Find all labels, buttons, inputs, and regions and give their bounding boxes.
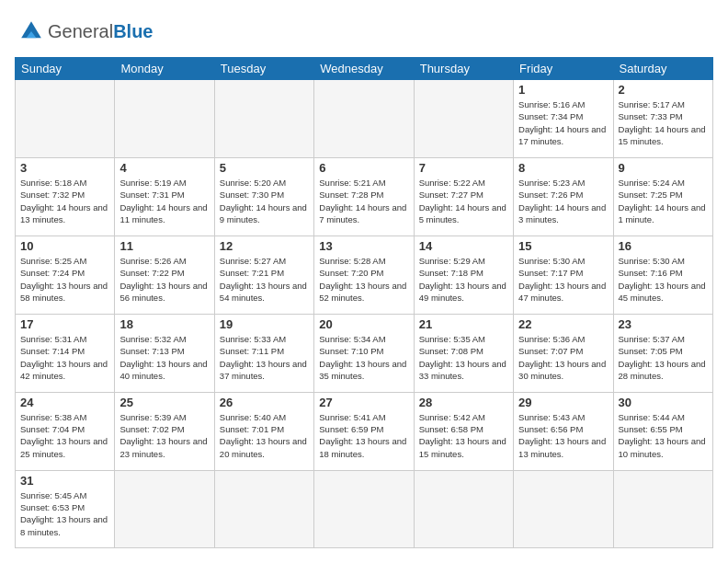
day-info: Sunrise: 5:30 AM Sunset: 7:17 PM Dayligh… bbox=[518, 255, 608, 304]
day-number: 19 bbox=[220, 317, 309, 331]
logo-blue: Blue bbox=[113, 21, 153, 41]
calendar-cell bbox=[613, 470, 712, 547]
day-info: Sunrise: 5:24 AM Sunset: 7:25 PM Dayligh… bbox=[619, 177, 708, 225]
day-number: 13 bbox=[319, 239, 408, 253]
day-number: 18 bbox=[119, 317, 209, 331]
calendar-cell: 13Sunrise: 5:28 AM Sunset: 7:20 PM Dayli… bbox=[314, 236, 414, 314]
day-info: Sunrise: 5:26 AM Sunset: 7:22 PM Dayligh… bbox=[119, 255, 209, 304]
day-info: Sunrise: 5:22 AM Sunset: 7:27 PM Dayligh… bbox=[419, 177, 508, 225]
day-number: 4 bbox=[119, 161, 209, 175]
calendar-cell bbox=[214, 80, 313, 158]
calendar-cell bbox=[414, 80, 513, 158]
day-info: Sunrise: 5:20 AM Sunset: 7:30 PM Dayligh… bbox=[220, 177, 309, 225]
calendar-cell: 29Sunrise: 5:43 AM Sunset: 6:56 PM Dayli… bbox=[514, 392, 613, 470]
day-number: 3 bbox=[20, 161, 109, 175]
logo: GeneralBlue bbox=[15, 15, 154, 48]
day-number: 6 bbox=[319, 161, 408, 175]
weekday-header-row: Sunday Monday Tuesday Wednesday Thursday… bbox=[16, 58, 713, 80]
calendar-cell: 17Sunrise: 5:31 AM Sunset: 7:14 PM Dayli… bbox=[16, 314, 115, 392]
calendar-cell: 27Sunrise: 5:41 AM Sunset: 6:59 PM Dayli… bbox=[314, 392, 414, 470]
day-info: Sunrise: 5:19 AM Sunset: 7:31 PM Dayligh… bbox=[119, 177, 209, 225]
calendar-cell: 2Sunrise: 5:17 AM Sunset: 7:33 PM Daylig… bbox=[613, 80, 712, 158]
calendar-cell bbox=[214, 470, 313, 547]
day-number: 1 bbox=[518, 83, 608, 97]
calendar-cell: 31Sunrise: 5:45 AM Sunset: 6:53 PM Dayli… bbox=[16, 470, 115, 547]
calendar-cell: 8Sunrise: 5:23 AM Sunset: 7:26 PM Daylig… bbox=[514, 157, 613, 236]
calendar-table: Sunday Monday Tuesday Wednesday Thursday… bbox=[15, 57, 713, 548]
day-info: Sunrise: 5:28 AM Sunset: 7:20 PM Dayligh… bbox=[319, 255, 408, 304]
calendar-cell: 1Sunrise: 5:16 AM Sunset: 7:34 PM Daylig… bbox=[514, 80, 613, 158]
calendar-cell: 23Sunrise: 5:37 AM Sunset: 7:05 PM Dayli… bbox=[613, 314, 712, 392]
calendar-cell: 28Sunrise: 5:42 AM Sunset: 6:58 PM Dayli… bbox=[414, 392, 513, 470]
calendar-cell: 12Sunrise: 5:27 AM Sunset: 7:21 PM Dayli… bbox=[214, 236, 313, 314]
day-info: Sunrise: 5:33 AM Sunset: 7:11 PM Dayligh… bbox=[220, 333, 309, 382]
day-number: 22 bbox=[518, 317, 608, 331]
day-number: 31 bbox=[20, 474, 109, 488]
calendar-cell: 26Sunrise: 5:40 AM Sunset: 7:01 PM Dayli… bbox=[214, 392, 313, 470]
day-info: Sunrise: 5:29 AM Sunset: 7:18 PM Dayligh… bbox=[419, 255, 508, 304]
day-info: Sunrise: 5:21 AM Sunset: 7:28 PM Dayligh… bbox=[319, 177, 408, 225]
header-tuesday: Tuesday bbox=[214, 58, 313, 80]
day-number: 7 bbox=[419, 161, 508, 175]
day-info: Sunrise: 5:25 AM Sunset: 7:24 PM Dayligh… bbox=[20, 255, 109, 304]
calendar-cell: 16Sunrise: 5:30 AM Sunset: 7:16 PM Dayli… bbox=[613, 236, 712, 314]
calendar-cell bbox=[115, 470, 214, 547]
day-number: 16 bbox=[619, 239, 708, 253]
header-monday: Monday bbox=[115, 58, 214, 80]
header: GeneralBlue bbox=[15, 15, 713, 48]
day-number: 2 bbox=[619, 83, 708, 97]
calendar-cell: 20Sunrise: 5:34 AM Sunset: 7:10 PM Dayli… bbox=[314, 314, 414, 392]
day-info: Sunrise: 5:41 AM Sunset: 6:59 PM Dayligh… bbox=[319, 411, 408, 460]
calendar-cell: 15Sunrise: 5:30 AM Sunset: 7:17 PM Dayli… bbox=[514, 236, 613, 314]
calendar-cell: 22Sunrise: 5:36 AM Sunset: 7:07 PM Dayli… bbox=[514, 314, 613, 392]
day-info: Sunrise: 5:31 AM Sunset: 7:14 PM Dayligh… bbox=[20, 333, 109, 382]
day-info: Sunrise: 5:37 AM Sunset: 7:05 PM Dayligh… bbox=[619, 333, 708, 382]
day-number: 26 bbox=[220, 396, 309, 409]
header-thursday: Thursday bbox=[414, 58, 513, 80]
day-info: Sunrise: 5:27 AM Sunset: 7:21 PM Dayligh… bbox=[220, 255, 309, 304]
day-info: Sunrise: 5:39 AM Sunset: 7:02 PM Dayligh… bbox=[119, 411, 209, 460]
day-number: 20 bbox=[319, 317, 408, 331]
calendar-cell: 30Sunrise: 5:44 AM Sunset: 6:55 PM Dayli… bbox=[613, 392, 712, 470]
calendar-cell bbox=[414, 470, 513, 547]
day-info: Sunrise: 5:42 AM Sunset: 6:58 PM Dayligh… bbox=[419, 411, 508, 460]
day-info: Sunrise: 5:23 AM Sunset: 7:26 PM Dayligh… bbox=[518, 177, 608, 225]
calendar-cell bbox=[314, 80, 414, 158]
calendar-cell: 9Sunrise: 5:24 AM Sunset: 7:25 PM Daylig… bbox=[613, 157, 712, 236]
calendar-cell: 25Sunrise: 5:39 AM Sunset: 7:02 PM Dayli… bbox=[115, 392, 214, 470]
day-number: 27 bbox=[319, 396, 408, 409]
day-info: Sunrise: 5:30 AM Sunset: 7:16 PM Dayligh… bbox=[619, 255, 708, 304]
day-info: Sunrise: 5:17 AM Sunset: 7:33 PM Dayligh… bbox=[619, 98, 708, 147]
header-friday: Friday bbox=[514, 58, 613, 80]
day-number: 5 bbox=[220, 161, 309, 175]
calendar-cell: 6Sunrise: 5:21 AM Sunset: 7:28 PM Daylig… bbox=[314, 157, 414, 236]
calendar-cell bbox=[16, 80, 115, 158]
day-info: Sunrise: 5:18 AM Sunset: 7:32 PM Dayligh… bbox=[20, 177, 109, 225]
day-number: 17 bbox=[20, 317, 109, 331]
day-info: Sunrise: 5:38 AM Sunset: 7:04 PM Dayligh… bbox=[20, 411, 109, 460]
day-number: 9 bbox=[619, 161, 708, 175]
day-number: 21 bbox=[419, 317, 508, 331]
calendar-cell: 24Sunrise: 5:38 AM Sunset: 7:04 PM Dayli… bbox=[16, 392, 115, 470]
day-number: 29 bbox=[518, 396, 608, 409]
logo-icon bbox=[15, 15, 48, 48]
day-number: 23 bbox=[619, 317, 708, 331]
calendar-cell: 5Sunrise: 5:20 AM Sunset: 7:30 PM Daylig… bbox=[214, 157, 313, 236]
day-number: 15 bbox=[518, 239, 608, 253]
calendar-cell: 19Sunrise: 5:33 AM Sunset: 7:11 PM Dayli… bbox=[214, 314, 313, 392]
day-number: 12 bbox=[220, 239, 309, 253]
day-info: Sunrise: 5:44 AM Sunset: 6:55 PM Dayligh… bbox=[619, 411, 708, 460]
calendar-cell: 21Sunrise: 5:35 AM Sunset: 7:08 PM Dayli… bbox=[414, 314, 513, 392]
day-info: Sunrise: 5:45 AM Sunset: 6:53 PM Dayligh… bbox=[20, 489, 109, 538]
day-number: 14 bbox=[419, 239, 508, 253]
day-number: 8 bbox=[518, 161, 608, 175]
logo-general: General bbox=[48, 21, 113, 41]
calendar-cell: 11Sunrise: 5:26 AM Sunset: 7:22 PM Dayli… bbox=[115, 236, 214, 314]
calendar-cell: 10Sunrise: 5:25 AM Sunset: 7:24 PM Dayli… bbox=[16, 236, 115, 314]
day-number: 10 bbox=[20, 239, 109, 253]
calendar-cell: 18Sunrise: 5:32 AM Sunset: 7:13 PM Dayli… bbox=[115, 314, 214, 392]
header-saturday: Saturday bbox=[613, 58, 712, 80]
day-info: Sunrise: 5:40 AM Sunset: 7:01 PM Dayligh… bbox=[220, 411, 309, 460]
day-info: Sunrise: 5:35 AM Sunset: 7:08 PM Dayligh… bbox=[419, 333, 508, 382]
day-info: Sunrise: 5:16 AM Sunset: 7:34 PM Dayligh… bbox=[518, 98, 608, 147]
